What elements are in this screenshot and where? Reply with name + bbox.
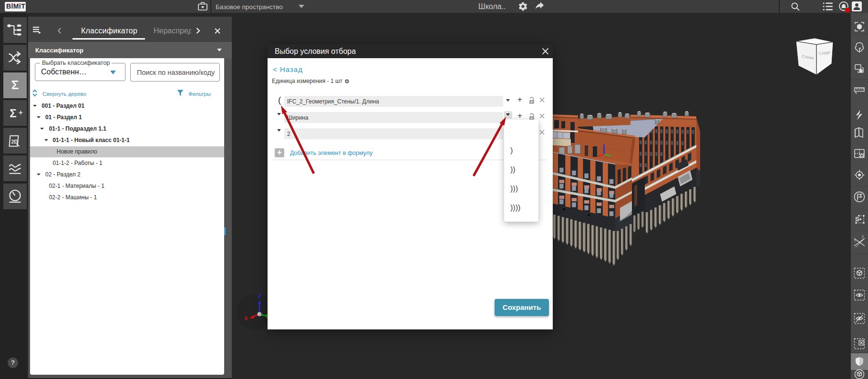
svg-text:1: 1 <box>854 238 856 242</box>
svg-text:Σ: Σ <box>10 106 16 119</box>
svg-text:+: + <box>19 108 23 116</box>
svg-text:2: 2 <box>862 235 864 238</box>
svg-text:X: X <box>244 316 248 321</box>
svg-text:Σ: Σ <box>11 78 19 92</box>
svg-text:Z: Z <box>258 293 261 299</box>
svg-text:2D: 2D <box>11 138 18 144</box>
